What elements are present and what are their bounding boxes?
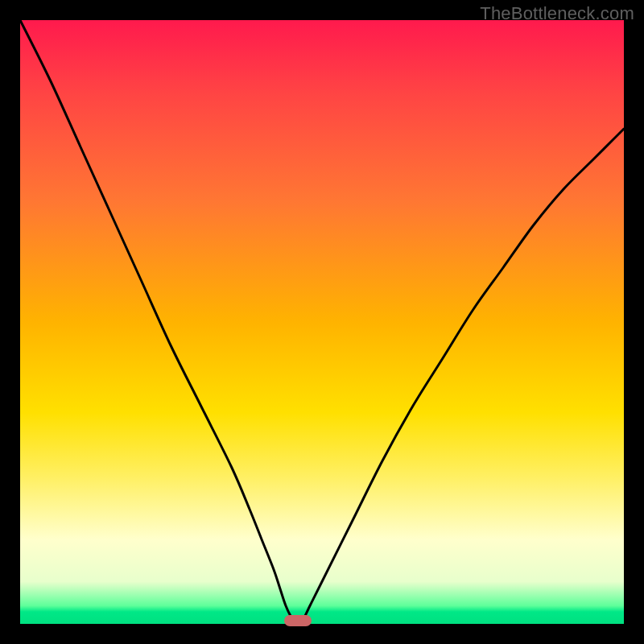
chart-frame: TheBottleneck.com	[0, 0, 644, 644]
bottleneck-point-marker	[284, 615, 312, 626]
bottleneck-curve	[20, 20, 624, 624]
curve-svg	[20, 20, 624, 624]
plot-area	[20, 20, 624, 624]
